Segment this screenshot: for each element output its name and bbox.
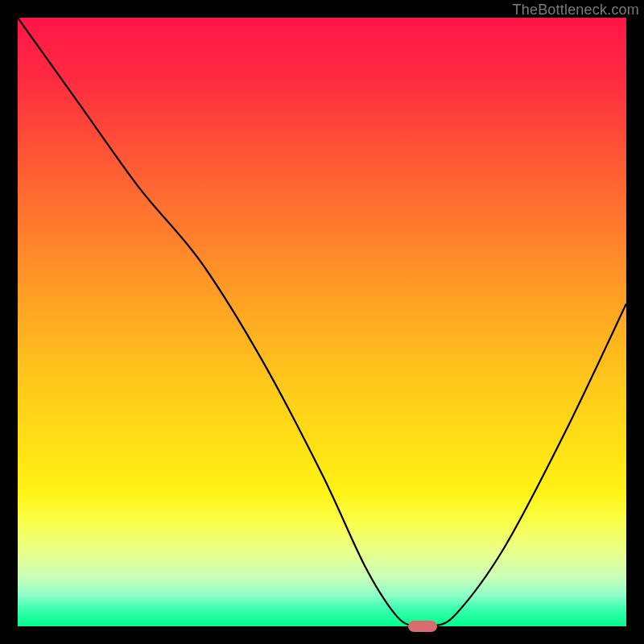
bottleneck-curve bbox=[18, 18, 626, 626]
chart-frame: TheBottleneck.com bbox=[0, 0, 644, 644]
optimum-marker bbox=[408, 621, 437, 632]
plot-area bbox=[18, 18, 626, 626]
watermark-text: TheBottleneck.com bbox=[513, 2, 639, 19]
